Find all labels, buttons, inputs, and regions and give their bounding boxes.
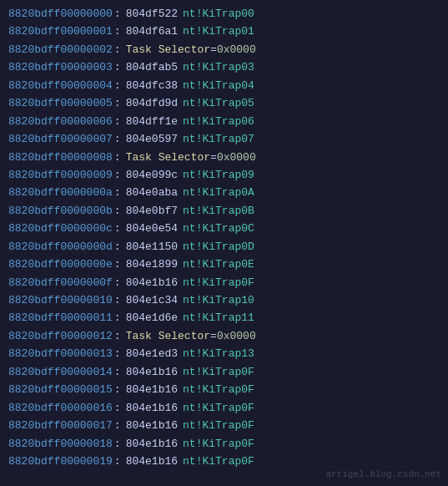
opcode: 804df522 <box>126 5 178 23</box>
address: 8820bdff00000005 <box>8 94 113 112</box>
opcode: 804e1150 <box>126 238 178 256</box>
separator: : <box>114 309 121 327</box>
address: 8820bdff00000011 <box>8 309 113 327</box>
address: 8820bdff00000016 <box>8 399 113 417</box>
opcode: 804dfc38 <box>126 77 178 94</box>
trap-label: nt!KiTrap0B <box>183 202 254 220</box>
address: 8820bdff00000008 <box>8 149 113 166</box>
table-row: 8820bdff00000004: 804dfc38 nt!KiTrap04 <box>8 77 440 94</box>
address: 8820bdff00000017 <box>8 417 113 434</box>
table-row: 8820bdff00000018: 804e1b16 nt!KiTrap0F <box>8 435 440 453</box>
trap-label: nt!KiTrap10 <box>183 291 254 309</box>
opcode: 804e1ed3 <box>126 345 178 362</box>
trap-label: nt!KiTrap06 <box>183 113 254 130</box>
trap-label: nt!KiTrap0F <box>183 453 254 470</box>
table-row: 8820bdff00000003: 804dfab5 nt!KiTrap03 <box>8 58 440 76</box>
trap-label: nt!KiTrap0F <box>183 399 254 417</box>
trap-label: nt!KiTrap04 <box>183 77 254 94</box>
hex-value: 0x0000 <box>217 41 256 58</box>
trap-label: nt!KiTrap0F <box>183 363 254 381</box>
opcode: 804e0e54 <box>126 220 178 237</box>
table-row: 8820bdff00000000: 804df522 nt!KiTrap00 <box>8 5 440 23</box>
opcode: 804dfab5 <box>126 58 178 76</box>
hex-value: 0x0000 <box>217 327 256 345</box>
address: 8820bdff0000000f <box>8 274 113 291</box>
table-row: 8820bdff0000000e: 804e1899 nt!KiTrap0E <box>8 256 440 273</box>
trap-label: nt!KiTrap09 <box>183 166 254 184</box>
task-selector-text: Task Selector <box>126 327 210 345</box>
opcode: 804e1b16 <box>126 417 178 434</box>
separator: : <box>114 363 121 381</box>
opcode: 804dff1e <box>126 113 178 130</box>
address: 8820bdff00000012 <box>8 327 113 345</box>
opcode: 804e099c <box>126 166 178 184</box>
trap-label: nt!KiTrap01 <box>183 23 254 40</box>
separator: : <box>114 149 121 166</box>
separator: : <box>114 220 121 237</box>
trap-label: nt!KiTrap07 <box>183 130 254 148</box>
separator: : <box>114 327 121 345</box>
separator: : <box>114 238 121 256</box>
table-row: 8820bdff00000008: Task Selector = 0x0000 <box>8 149 440 166</box>
address: 8820bdff00000006 <box>8 113 113 130</box>
opcode: 804df6a1 <box>126 23 178 40</box>
separator: : <box>114 58 121 76</box>
opcode: 804e0bf7 <box>126 202 178 220</box>
table-row: 8820bdff0000000a: 804e0aba nt!KiTrap0A <box>8 184 440 201</box>
address: 8820bdff00000009 <box>8 166 113 184</box>
trap-label: nt!KiTrap0A <box>183 184 254 201</box>
trap-label: nt!KiTrap0F <box>183 274 254 291</box>
address: 8820bdff00000013 <box>8 345 113 362</box>
separator: : <box>114 166 121 184</box>
address: 8820bdff00000018 <box>8 435 113 453</box>
table-row: 8820bdff00000005: 804dfd9d nt!KiTrap05 <box>8 94 440 112</box>
equals-sign: = <box>210 149 217 166</box>
separator: : <box>114 41 121 58</box>
separator: : <box>114 274 121 291</box>
separator: : <box>114 256 121 273</box>
opcode: 804e1b16 <box>126 435 178 453</box>
address: 8820bdff0000000b <box>8 202 113 220</box>
trap-label: nt!KiTrap0F <box>183 417 254 434</box>
opcode: 804e1899 <box>126 256 178 273</box>
separator: : <box>114 453 121 470</box>
table-row: 8820bdff00000001: 804df6a1 nt!KiTrap01 <box>8 23 440 40</box>
address: 8820bdff0000000a <box>8 184 113 201</box>
separator: : <box>114 345 121 362</box>
table-row: 8820bdff00000009: 804e099c nt!KiTrap09 <box>8 166 440 184</box>
trap-label: nt!KiTrap0E <box>183 256 254 273</box>
separator: : <box>114 381 121 398</box>
separator: : <box>114 5 121 23</box>
separator: : <box>114 130 121 148</box>
separator: : <box>114 399 121 417</box>
opcode: 804dfd9d <box>126 94 178 112</box>
table-row: 8820bdff00000007: 804e0597 nt!KiTrap07 <box>8 130 440 148</box>
trap-label: nt!KiTrap0D <box>183 238 254 256</box>
trap-label: nt!KiTrap05 <box>183 94 254 112</box>
separator: : <box>114 77 121 94</box>
table-row: 8820bdff00000013: 804e1ed3 nt!KiTrap13 <box>8 345 440 362</box>
opcode: 804e1b16 <box>126 453 178 470</box>
address: 8820bdff00000001 <box>8 23 113 40</box>
opcode: 804e1b16 <box>126 399 178 417</box>
code-container: 8820bdff00000000: 804df522 nt!KiTrap0088… <box>0 0 448 486</box>
separator: : <box>114 94 121 112</box>
table-row: 8820bdff00000011: 804e1d6e nt!KiTrap11 <box>8 309 440 327</box>
separator: : <box>114 202 121 220</box>
opcode: 804e0597 <box>126 130 178 148</box>
separator: : <box>114 23 121 40</box>
address: 8820bdff0000000d <box>8 238 113 256</box>
trap-label: nt!KiTrap0F <box>183 381 254 398</box>
table-row: 8820bdff00000010: 804e1c34 nt!KiTrap10 <box>8 291 440 309</box>
address: 8820bdff00000014 <box>8 363 113 381</box>
opcode: 804e1b16 <box>126 363 178 381</box>
trap-label: nt!KiTrap03 <box>183 58 254 76</box>
table-row: 8820bdff00000019: 804e1b16 nt!KiTrap0F <box>8 453 440 470</box>
table-row: 8820bdff00000012: Task Selector = 0x0000 <box>8 327 440 345</box>
separator: : <box>114 184 121 201</box>
separator: : <box>114 291 121 309</box>
task-selector-text: Task Selector <box>126 41 210 58</box>
table-row: 8820bdff00000006: 804dff1e nt!KiTrap06 <box>8 113 440 130</box>
watermark: artigel.blog.csdn.net <box>325 469 441 479</box>
equals-sign: = <box>210 41 217 58</box>
